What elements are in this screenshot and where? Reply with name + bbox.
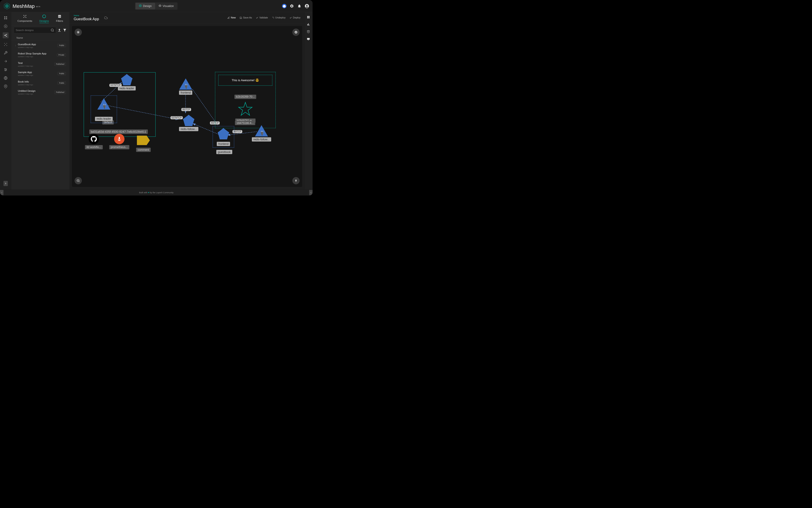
svg-rect-57 [307,16,308,17]
svg-point-6 [306,5,308,6]
design-item[interactable]: Untitled Designupdated 2 days ago Publis… [11,88,69,97]
svg-point-27 [5,70,6,71]
edge-label: 80/TCP [181,108,191,111]
rail-sliders-icon[interactable] [3,68,8,72]
svg-text:WA: WA [58,16,61,17]
node-frontend-tri[interactable]: 🔌 frontend [179,78,192,95]
svg-point-19 [4,45,5,46]
deploy-button[interactable]: Deploy [289,16,300,19]
svg-point-20 [6,45,7,46]
app-title: MeshMap [13,3,35,9]
node-guestbook: guestbook [217,150,232,154]
triangle-icon: 🔌 [179,78,192,90]
right-rail-chart-icon[interactable] [307,23,311,27]
node-github-workflow[interactable]: ild workflo... [85,134,103,150]
tab-components[interactable]: Components [17,14,32,23]
search-icon[interactable] [51,28,54,32]
right-rail-grid-icon[interactable] [307,15,311,19]
kubernetes-icon[interactable] [282,4,286,8]
design-item-guestbook[interactable]: ⋮ GuestBook App updated 2 days ago Publi… [11,41,69,50]
prometheus-icon [114,134,124,144]
node-redis-leader-svc[interactable]: redis-leader [118,74,136,90]
account-icon[interactable] [305,4,309,8]
svg-point-2 [140,5,141,6]
rail-pin-icon[interactable] [3,84,8,89]
svg-marker-64 [307,30,310,32]
gear-icon [139,4,142,8]
design-canvas[interactable]: 6379/TCP 6379/TCP 80/TCP 80/TCP 80/TCP d… [72,26,302,187]
mode-visualize-button[interactable]: Visualize [155,3,177,9]
svg-line-40 [53,31,54,32]
pentagon-icon [121,74,132,85]
filters-icon: WA [57,14,62,18]
svg-rect-58 [309,16,310,17]
rail-arrow-icon[interactable] [3,59,8,64]
right-rail-monitor-icon[interactable] [307,37,311,41]
svg-point-26 [6,69,6,70]
eye-icon [158,4,161,8]
settings-icon[interactable] [289,4,294,8]
right-rail-layers-icon[interactable] [307,30,311,34]
rail-expand-button[interactable] [3,181,8,186]
node-comment-shape[interactable]: comment [136,136,151,152]
validate-button[interactable]: Validate [256,16,268,19]
mode-design-button[interactable]: Design [136,3,155,9]
cloud-icon[interactable] [104,16,108,19]
pentagon-icon [183,115,194,126]
github-icon [89,134,99,144]
app-logo[interactable] [3,2,10,9]
design-item[interactable]: Book Infoupdated 2 days ago Public [11,78,69,88]
canvas-settings-button[interactable] [292,29,300,36]
new-button[interactable]: New [227,16,236,19]
svg-point-17 [4,43,5,44]
canvas-snowflake-button[interactable] [75,29,82,36]
comment-icon [137,136,150,145]
node-frontend-pent[interactable]: frontend [212,126,234,147]
rail-tools-icon[interactable] [3,51,8,55]
kebab-icon[interactable]: ⋮ [15,44,16,47]
svg-marker-4 [283,5,286,7]
beta-label: BETA [36,6,40,7]
canvas-pen-button[interactable] [292,177,300,184]
rail-globe-icon[interactable] [3,76,8,80]
upload-icon[interactable] [57,28,61,32]
design-item[interactable]: Sample Appupdated 2 days ago Public [11,69,69,78]
list-header-name: Name [11,35,69,41]
breadcrumb-label: Name [74,14,99,17]
page-title: GuestBook App [74,17,99,21]
node-prometheus[interactable]: prometheus... [109,134,129,150]
rail-mesh-icon[interactable] [3,32,8,38]
rail-gear-icon[interactable] [3,24,8,29]
svg-rect-63 [309,25,309,26]
svg-rect-59 [307,17,308,18]
search-input-container [14,27,56,33]
svg-rect-65 [307,38,310,40]
design-item[interactable]: Robot Shop Sample Appupdated 2 days ago … [11,50,69,59]
undeploy-button[interactable]: Undeploy [272,16,285,19]
components-icon [23,14,27,18]
node-redis-follower-svc[interactable]: redis-follow... [179,115,198,131]
rail-network-icon[interactable] [3,42,8,47]
search-input[interactable] [16,29,51,32]
svg-rect-60 [309,17,310,18]
footer-collapse-right[interactable]: ‹ [309,190,313,195]
canvas-zoom-button[interactable] [75,177,82,184]
save-as-button[interactable]: Save As [240,16,252,19]
tab-designs[interactable]: Designs [39,14,49,23]
footer-collapse-left[interactable]: ‹ [0,190,3,195]
pentagon-icon [218,128,229,139]
svg-line-15 [5,34,6,35]
tab-filters[interactable]: WA Filters [56,14,63,23]
node-redis-leader-dep[interactable]: 🔌 redis-leader [90,95,117,123]
design-item[interactable]: Testupdated 2 days ago Published [11,59,69,69]
rail-dashboard-icon[interactable] [3,15,8,20]
node-redis-follower-tri[interactable]: 🔌 redis-follow... [252,125,271,141]
filter-icon[interactable] [63,28,67,32]
svg-rect-66 [308,40,309,40]
svg-rect-62 [308,24,309,26]
comment-container[interactable]: This is Awesome! 😎 b2b16269-70... b09d97… [215,72,276,128]
svg-rect-9 [4,18,5,19]
svg-rect-7 [4,16,5,17]
bell-icon[interactable] [297,4,302,8]
triangle-icon: 🔌 [97,98,110,110]
